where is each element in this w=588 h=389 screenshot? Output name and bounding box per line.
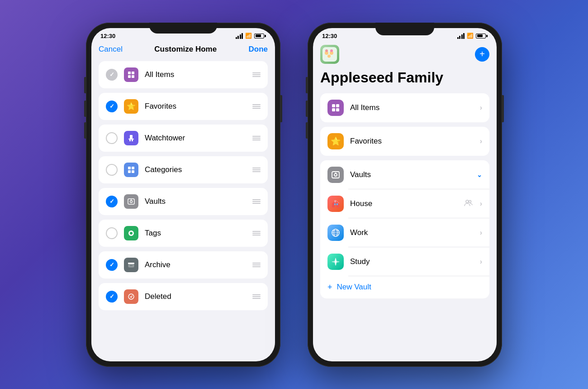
drag-handle[interactable] bbox=[252, 72, 261, 77]
house-row[interactable]: House › bbox=[320, 189, 489, 218]
svg-point-25 bbox=[327, 54, 331, 58]
list-item[interactable]: All Items bbox=[99, 61, 268, 88]
list-item[interactable]: Watchtower bbox=[99, 125, 268, 152]
new-vault-row[interactable]: + New Vault bbox=[320, 276, 489, 298]
list-item[interactable]: Categories bbox=[99, 156, 268, 183]
vaults-section: Vaults ⌄ House bbox=[320, 160, 489, 298]
tags-label: Tags bbox=[145, 229, 246, 238]
toggle-archive[interactable] bbox=[106, 259, 118, 271]
vaults-row-label: Vaults bbox=[350, 170, 470, 179]
vaults-row[interactable]: Vaults ⌄ bbox=[320, 160, 489, 189]
all-items-chevron-icon: › bbox=[480, 104, 482, 112]
toggle-favorites[interactable] bbox=[106, 101, 118, 112]
toggle-all-items[interactable] bbox=[106, 69, 118, 81]
list-item[interactable]: Vaults bbox=[99, 188, 268, 215]
drag-handle[interactable] bbox=[252, 199, 261, 204]
svg-rect-10 bbox=[128, 170, 131, 173]
toggle-categories[interactable] bbox=[106, 164, 118, 176]
svg-rect-8 bbox=[128, 167, 131, 169]
vaults-row-icon bbox=[327, 167, 344, 183]
right-header: + bbox=[320, 41, 489, 69]
svg-point-22 bbox=[325, 49, 328, 52]
svg-rect-11 bbox=[132, 170, 134, 173]
study-row-icon bbox=[327, 254, 344, 270]
list-item[interactable]: Archive bbox=[99, 251, 268, 279]
svg-rect-1 bbox=[132, 72, 134, 74]
toggle-watchtower[interactable] bbox=[106, 132, 118, 144]
list-item[interactable]: Tags bbox=[99, 220, 268, 247]
new-vault-label: New Vault bbox=[337, 283, 371, 292]
svg-point-24 bbox=[330, 49, 333, 52]
cancel-button[interactable]: Cancel bbox=[99, 45, 123, 54]
drag-handle[interactable] bbox=[252, 136, 261, 140]
list-item[interactable]: Deleted bbox=[99, 283, 268, 310]
house-chevron-icon: › bbox=[480, 200, 482, 208]
svg-rect-3 bbox=[132, 75, 134, 78]
house-row-icon bbox=[327, 196, 344, 212]
work-chevron-icon: › bbox=[480, 229, 482, 237]
toggle-deleted[interactable] bbox=[106, 291, 118, 303]
svg-rect-5 bbox=[128, 139, 134, 139]
phone-right: 12:30 📶 bbox=[308, 23, 502, 367]
nav-bar: Cancel Customize Home Done bbox=[99, 41, 268, 61]
all-items-section: All Items › bbox=[320, 93, 489, 122]
add-button[interactable]: + bbox=[475, 47, 489, 62]
drag-handle[interactable] bbox=[252, 231, 261, 235]
person-icon bbox=[464, 197, 474, 210]
all-items-row[interactable]: All Items › bbox=[320, 93, 489, 122]
study-chevron-icon: › bbox=[480, 258, 482, 266]
favorites-row-label: Favorites bbox=[350, 137, 474, 146]
svg-rect-28 bbox=[332, 108, 335, 111]
wifi-icon-left: 📶 bbox=[245, 33, 252, 39]
svg-rect-9 bbox=[132, 167, 134, 169]
work-row-icon bbox=[327, 225, 344, 241]
customize-list: All Items ⭐ Favorites bbox=[99, 61, 268, 310]
toggle-vaults[interactable] bbox=[106, 196, 118, 207]
favorites-row-icon: ⭐ bbox=[327, 133, 344, 149]
avatar[interactable] bbox=[320, 45, 339, 64]
svg-rect-35 bbox=[334, 200, 336, 202]
all-items-row-icon bbox=[327, 100, 344, 116]
drag-handle[interactable] bbox=[252, 104, 261, 109]
svg-point-36 bbox=[466, 200, 469, 203]
time-left: 12:30 bbox=[100, 33, 115, 39]
notch-right bbox=[375, 23, 434, 35]
svg-point-13 bbox=[130, 200, 133, 202]
status-icons-right: 📶 bbox=[457, 33, 488, 39]
drag-handle[interactable] bbox=[252, 294, 261, 299]
battery-icon-left bbox=[254, 34, 266, 38]
house-row-label: House bbox=[350, 199, 457, 208]
deleted-icon bbox=[124, 289, 138, 304]
study-row-label: Study bbox=[350, 257, 474, 266]
screen-right: 12:30 📶 bbox=[313, 28, 497, 361]
svg-rect-26 bbox=[332, 104, 335, 107]
vaults-label: Vaults bbox=[145, 197, 246, 206]
svg-rect-34 bbox=[337, 203, 338, 205]
screen-left: 12:30 📶 Cancel Customize Home bbox=[91, 28, 275, 361]
svg-rect-0 bbox=[128, 72, 131, 74]
favorites-label: Favorites bbox=[145, 102, 246, 111]
work-row[interactable]: Work › bbox=[320, 218, 489, 247]
phone-left: 12:30 📶 Cancel Customize Home bbox=[86, 23, 280, 367]
svg-rect-27 bbox=[336, 104, 339, 107]
toggle-tags[interactable] bbox=[106, 227, 118, 239]
add-icon: + bbox=[479, 49, 485, 59]
svg-rect-6 bbox=[129, 139, 131, 141]
archive-icon bbox=[124, 258, 138, 272]
svg-rect-20 bbox=[322, 47, 337, 62]
svg-point-31 bbox=[334, 173, 337, 176]
favorites-chevron-icon: › bbox=[480, 137, 482, 145]
all-items-icon bbox=[124, 67, 138, 82]
favorites-icon: ⭐ bbox=[124, 99, 138, 114]
svg-rect-7 bbox=[132, 139, 133, 141]
watchtower-icon bbox=[124, 131, 138, 145]
favorites-row[interactable]: ⭐ Favorites › bbox=[320, 127, 489, 156]
vaults-chevron-down-icon[interactable]: ⌄ bbox=[477, 171, 482, 178]
done-button[interactable]: Done bbox=[249, 45, 268, 54]
drag-handle[interactable] bbox=[252, 263, 261, 267]
drag-handle[interactable] bbox=[252, 168, 261, 172]
study-row[interactable]: Study › bbox=[320, 247, 489, 276]
tags-icon bbox=[124, 226, 138, 240]
list-item[interactable]: ⭐ Favorites bbox=[99, 93, 268, 120]
svg-rect-33 bbox=[334, 203, 336, 205]
